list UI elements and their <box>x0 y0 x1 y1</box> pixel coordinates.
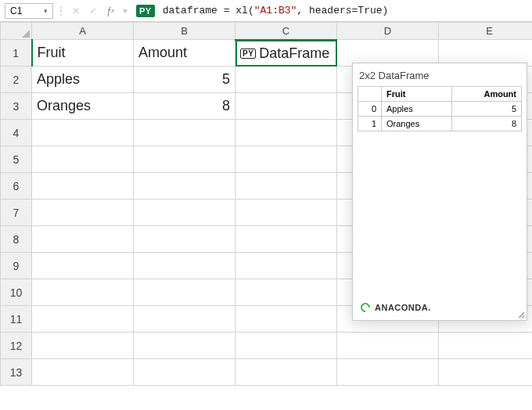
df-row: 1 Oranges 8 <box>358 117 522 131</box>
cell-C3[interactable] <box>235 93 337 120</box>
fx-icon[interactable]: ƒx <box>103 3 117 19</box>
df-row: 0 Apples 5 <box>358 102 522 117</box>
row-header-5[interactable]: 5 <box>1 146 32 173</box>
enter-icon[interactable]: ✓ <box>86 3 100 19</box>
card-title: 2x2 DataFrame <box>358 68 522 86</box>
row-header-11[interactable]: 11 <box>1 306 32 333</box>
spreadsheet-grid[interactable]: A B C D E 1 Fruit Amount PY DataFrame 2 … <box>0 22 532 410</box>
row-header-7[interactable]: 7 <box>1 200 32 226</box>
col-header-B[interactable]: B <box>134 23 235 40</box>
col-header-A[interactable]: A <box>32 23 134 40</box>
col-header-E[interactable]: E <box>439 23 533 40</box>
col-header-C[interactable]: C <box>235 23 337 40</box>
df-col-fruit: Fruit <box>382 87 452 102</box>
dropdown-icon[interactable]: ▾ <box>120 3 130 19</box>
row-header-10[interactable]: 10 <box>1 279 32 306</box>
col-header-D[interactable]: D <box>337 23 439 40</box>
anaconda-logo-icon <box>359 301 372 315</box>
row-header-12[interactable]: 12 <box>1 333 32 359</box>
row-header-4[interactable]: 4 <box>1 120 32 146</box>
cell-B2[interactable]: 5 <box>134 67 235 93</box>
df-col-amount: Amount <box>452 87 522 102</box>
df-index-header <box>358 87 382 102</box>
cell-C1-label: DataFrame <box>259 45 329 62</box>
cell-C2[interactable] <box>235 67 337 93</box>
row-header-13[interactable]: 13 <box>1 359 32 386</box>
select-all-corner[interactable] <box>1 23 32 40</box>
name-box-value: C1 <box>10 5 22 16</box>
row-header-8[interactable]: 8 <box>1 226 32 253</box>
row-header-3[interactable]: 3 <box>1 93 32 120</box>
cell-B1[interactable]: Amount <box>134 40 235 67</box>
anaconda-brand: ANACONDA. <box>358 303 522 312</box>
dataframe-table: Fruit Amount 0 Apples 5 1 Oranges 8 <box>358 86 522 131</box>
formula-input[interactable]: dataframe = xl("A1:B3", headers=True) <box>163 5 389 16</box>
python-badge-icon: PY <box>136 5 155 17</box>
cell-A1[interactable]: Fruit <box>32 40 134 67</box>
separator: ⋮ <box>56 5 66 16</box>
chevron-down-icon: ▾ <box>44 7 48 15</box>
cell-A3[interactable]: Oranges <box>32 93 134 120</box>
row-header-6[interactable]: 6 <box>1 173 32 200</box>
row-header-9[interactable]: 9 <box>1 253 32 279</box>
cell-B3[interactable]: 8 <box>134 93 235 120</box>
dataframe-preview-card: 2x2 DataFrame Fruit Amount 0 Apples 5 1 … <box>352 63 527 321</box>
column-header-row: A B C D E <box>1 23 533 40</box>
anaconda-label: ANACONDA. <box>375 303 431 312</box>
cancel-icon[interactable]: ✕ <box>69 3 83 19</box>
name-box[interactable]: C1 ▾ <box>5 3 53 19</box>
python-cell-icon: PY <box>240 49 256 59</box>
row-header-1[interactable]: 1 <box>1 40 32 67</box>
row-header-2[interactable]: 2 <box>1 67 32 93</box>
cell-C1[interactable]: PY DataFrame <box>235 40 337 67</box>
resize-grip-icon[interactable] <box>516 310 524 318</box>
formula-bar: C1 ▾ ⋮ ✕ ✓ ƒx ▾ PY dataframe = xl("A1:B3… <box>0 0 532 22</box>
cell-A2[interactable]: Apples <box>32 67 134 93</box>
